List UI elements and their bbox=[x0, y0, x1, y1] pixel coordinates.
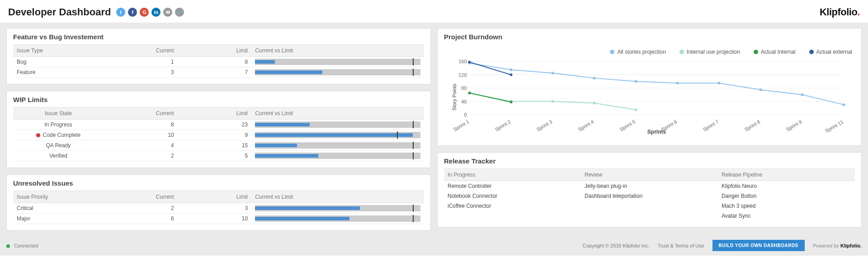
burndown-chart: All stories projection Internal use proj… bbox=[438, 44, 861, 145]
cell-label: Critical bbox=[13, 203, 104, 214]
chart-legend: All stories projection Internal use proj… bbox=[447, 47, 852, 59]
th-cvl: Current vs Limit bbox=[251, 45, 424, 57]
svg-point-31 bbox=[843, 103, 845, 106]
svg-point-40 bbox=[510, 74, 513, 76]
svg-text:Sprint 9: Sprint 9 bbox=[785, 119, 803, 132]
cell-current: 10 bbox=[104, 130, 178, 140]
table-row: QA Ready415 bbox=[13, 140, 424, 151]
panel-wip-limits: WIP Limits Issue State Current Limit Cur… bbox=[6, 91, 431, 168]
cell-limit: 23 bbox=[178, 120, 252, 130]
brand-logo[interactable]: Klipfolio. bbox=[820, 6, 860, 18]
svg-point-35 bbox=[593, 102, 596, 104]
bullet-chart bbox=[255, 142, 420, 149]
bullet-chart bbox=[255, 69, 420, 75]
legend-internal-proj: Internal use projection bbox=[679, 49, 740, 55]
th-issue: Issue Type bbox=[13, 45, 104, 57]
svg-text:Sprints: Sprints bbox=[647, 129, 666, 135]
cell-current: 4 bbox=[104, 140, 178, 151]
bullet-chart bbox=[255, 215, 420, 222]
bullet-chart bbox=[255, 59, 420, 65]
list-item: Danger Button bbox=[718, 191, 855, 201]
share-icons: t f G in ✉ 🔗 bbox=[116, 8, 184, 17]
svg-point-25 bbox=[593, 77, 596, 79]
footer: Connected Copyright © 2016 Klipfolio Inc… bbox=[0, 237, 868, 256]
cell-bullet bbox=[251, 203, 424, 214]
th-limit: Limit bbox=[178, 191, 252, 203]
build-dashboards-button[interactable]: BUILD YOUR OWN DASHBOARDS bbox=[712, 240, 805, 251]
panel-title: Project Burndown bbox=[438, 28, 861, 44]
table-row: Verified25 bbox=[13, 151, 424, 161]
panel-release-tracker: Release Tracker In Progress Remote Contr… bbox=[437, 152, 862, 228]
bullet-chart bbox=[255, 121, 420, 128]
facebook-icon[interactable]: f bbox=[128, 8, 137, 17]
legend-actual-internal: Actual Internal bbox=[754, 49, 796, 55]
cell-bullet bbox=[251, 214, 424, 224]
google-plus-icon[interactable]: G bbox=[140, 8, 149, 17]
svg-text:Sprint 3: Sprint 3 bbox=[536, 119, 553, 132]
connected-label: Connected bbox=[14, 243, 38, 248]
svg-text:Sprint 11: Sprint 11 bbox=[824, 119, 844, 133]
cell-limit: 15 bbox=[178, 140, 252, 151]
th-review: Review bbox=[581, 168, 718, 181]
svg-text:120: 120 bbox=[458, 72, 467, 78]
panel-title: Unresolved Issues bbox=[7, 175, 430, 191]
list-item: Jelly-bean plug-in bbox=[581, 181, 718, 191]
svg-text:40: 40 bbox=[461, 99, 467, 104]
table-row: Major610 bbox=[13, 214, 424, 224]
list-item: Klipfolio Neuro bbox=[718, 181, 855, 191]
th-limit: Limit bbox=[178, 45, 252, 57]
svg-text:Sprint 4: Sprint 4 bbox=[577, 119, 595, 132]
cell-limit: 3 bbox=[178, 203, 252, 214]
cell-bullet bbox=[251, 57, 424, 67]
release-tracker-columns: In Progress Remote ControllerNotebook Co… bbox=[438, 168, 861, 227]
list-item: Avatar Sync bbox=[718, 211, 855, 221]
legend-actual-external: Actual external bbox=[809, 49, 852, 55]
page-title: Developer Dashboard bbox=[8, 6, 111, 18]
svg-text:Sprint 7: Sprint 7 bbox=[702, 119, 720, 132]
trust-link[interactable]: Trust & Terms of Use bbox=[658, 243, 704, 248]
left-column: Feature vs Bug Investement Issue Type Cu… bbox=[6, 23, 431, 231]
cell-current: 8 bbox=[104, 120, 178, 130]
fvb-table: Issue Type Current Limit Current vs Limi… bbox=[13, 44, 424, 78]
cell-label: Bug bbox=[13, 57, 104, 67]
cell-current: 1 bbox=[104, 57, 178, 67]
cell-label: QA Ready bbox=[13, 140, 104, 151]
col-in-progress: In Progress Remote ControllerNotebook Co… bbox=[444, 168, 581, 221]
svg-text:Sprint 2: Sprint 2 bbox=[494, 119, 512, 132]
twitter-icon[interactable]: t bbox=[116, 8, 125, 17]
svg-point-27 bbox=[676, 82, 679, 84]
brand-logo-small[interactable]: Klipfolio. bbox=[840, 243, 862, 248]
cell-bullet bbox=[251, 67, 424, 78]
svg-text:80: 80 bbox=[461, 85, 467, 91]
table-row: Code Complete109 bbox=[13, 130, 424, 140]
linkedin-icon[interactable]: in bbox=[151, 8, 160, 17]
right-column: Project Burndown All stories projection … bbox=[437, 23, 862, 231]
svg-point-23 bbox=[510, 68, 513, 71]
panel-title: WIP Limits bbox=[7, 91, 430, 107]
svg-text:Sprint 1: Sprint 1 bbox=[453, 119, 470, 132]
cell-label: Feature bbox=[13, 67, 104, 78]
panel-title: Release Tracker bbox=[438, 153, 861, 168]
svg-point-39 bbox=[468, 61, 471, 63]
connected-icon bbox=[6, 244, 10, 248]
list-item: Mach 3 speed bbox=[718, 201, 855, 211]
svg-point-37 bbox=[468, 92, 471, 94]
burndown-svg: Story Points04080120160Sprint 1Sprint 2S… bbox=[447, 59, 852, 135]
list-item: Dashboard teleportation bbox=[581, 191, 718, 201]
list-item: Remote Controller bbox=[444, 181, 581, 191]
th-current: Current bbox=[104, 191, 178, 203]
bullet-chart bbox=[255, 153, 420, 159]
wip-table: Issue State Current Limit Current vs Lim… bbox=[13, 107, 424, 161]
email-icon[interactable]: ✉ bbox=[163, 8, 172, 17]
cell-bullet bbox=[251, 130, 424, 140]
topbar-left: Developer Dashboard t f G in ✉ 🔗 bbox=[8, 6, 184, 18]
th-cvl: Current vs Limit bbox=[251, 191, 424, 203]
link-icon[interactable]: 🔗 bbox=[175, 8, 184, 17]
connection-status: Connected bbox=[6, 243, 38, 248]
cell-limit: 5 bbox=[178, 151, 252, 161]
cell-limit: 10 bbox=[178, 214, 252, 224]
th-current: Current bbox=[104, 45, 178, 57]
cell-current: 2 bbox=[104, 151, 178, 161]
table-row: In Progress823 bbox=[13, 120, 424, 130]
cell-label: In Progress bbox=[13, 120, 104, 130]
